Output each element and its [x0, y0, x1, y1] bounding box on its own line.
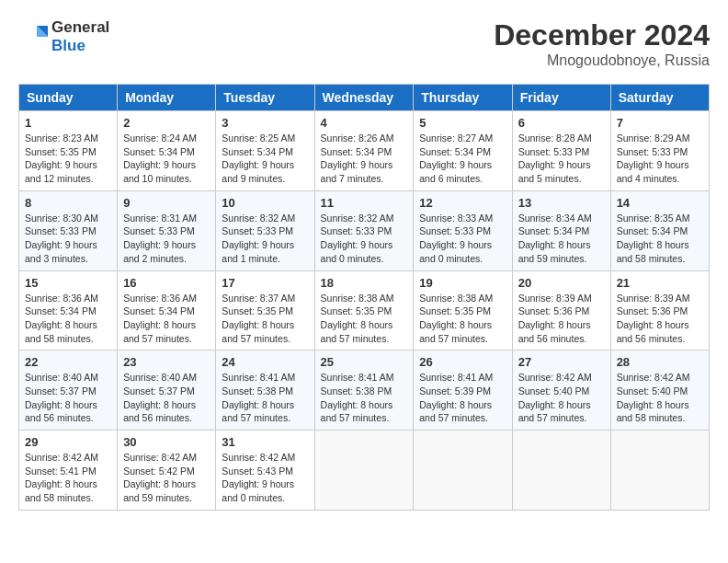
- day-info: Sunrise: 8:31 AM Sunset: 5:33 PM Dayligh…: [123, 212, 210, 266]
- day-info: Sunrise: 8:42 AM Sunset: 5:43 PM Dayligh…: [222, 451, 308, 505]
- calendar-cell: 12Sunrise: 8:33 AM Sunset: 5:33 PM Dayli…: [414, 190, 512, 270]
- day-number: 8: [25, 196, 111, 210]
- day-number: 26: [419, 355, 506, 369]
- calendar-cell: 2Sunrise: 8:24 AM Sunset: 5:34 PM Daylig…: [118, 111, 216, 191]
- calendar-body: 1Sunrise: 8:23 AM Sunset: 5:35 PM Daylig…: [19, 111, 710, 511]
- calendar-week-row: 22Sunrise: 8:40 AM Sunset: 5:37 PM Dayli…: [19, 350, 710, 431]
- calendar-cell: 20Sunrise: 8:39 AM Sunset: 5:36 PM Dayli…: [512, 270, 610, 350]
- day-info: Sunrise: 8:32 AM Sunset: 5:33 PM Dayligh…: [321, 212, 408, 266]
- weekday-header: Wednesday: [314, 85, 414, 111]
- day-info: Sunrise: 8:37 AM Sunset: 5:35 PM Dayligh…: [222, 292, 308, 346]
- calendar-cell: 10Sunrise: 8:32 AM Sunset: 5:33 PM Dayli…: [216, 190, 314, 270]
- day-number: 15: [25, 276, 111, 290]
- day-info: Sunrise: 8:28 AM Sunset: 5:33 PM Dayligh…: [518, 132, 605, 186]
- calendar-cell: 11Sunrise: 8:32 AM Sunset: 5:33 PM Dayli…: [314, 190, 414, 270]
- day-number: 22: [25, 355, 111, 369]
- day-number: 31: [222, 435, 308, 449]
- day-number: 21: [617, 276, 703, 290]
- calendar-cell: 1Sunrise: 8:23 AM Sunset: 5:35 PM Daylig…: [19, 111, 118, 191]
- calendar-cell: 18Sunrise: 8:38 AM Sunset: 5:35 PM Dayli…: [314, 270, 414, 350]
- calendar-cell: [610, 431, 709, 511]
- day-info: Sunrise: 8:29 AM Sunset: 5:33 PM Dayligh…: [617, 132, 703, 186]
- calendar-cell: 28Sunrise: 8:42 AM Sunset: 5:40 PM Dayli…: [610, 350, 709, 431]
- calendar-cell: 29Sunrise: 8:42 AM Sunset: 5:41 PM Dayli…: [19, 431, 118, 511]
- logo: General Blue: [18, 18, 109, 55]
- page-title: December 2024: [494, 18, 710, 52]
- day-info: Sunrise: 8:40 AM Sunset: 5:37 PM Dayligh…: [123, 371, 210, 425]
- day-number: 2: [123, 116, 210, 130]
- calendar-week-row: 15Sunrise: 8:36 AM Sunset: 5:34 PM Dayli…: [19, 270, 710, 350]
- day-number: 14: [617, 196, 703, 210]
- calendar-week-row: 1Sunrise: 8:23 AM Sunset: 5:35 PM Daylig…: [19, 111, 710, 191]
- calendar-cell: 14Sunrise: 8:35 AM Sunset: 5:34 PM Dayli…: [610, 190, 709, 270]
- calendar-cell: 26Sunrise: 8:41 AM Sunset: 5:39 PM Dayli…: [414, 350, 512, 431]
- title-block: December 2024 Mnogoudobnoye, Russia: [494, 18, 710, 69]
- day-number: 9: [123, 196, 210, 210]
- day-number: 24: [222, 355, 308, 369]
- day-info: Sunrise: 8:41 AM Sunset: 5:38 PM Dayligh…: [222, 371, 308, 425]
- day-number: 29: [25, 435, 111, 449]
- calendar-cell: 19Sunrise: 8:38 AM Sunset: 5:35 PM Dayli…: [414, 270, 512, 350]
- day-number: 16: [123, 276, 210, 290]
- day-info: Sunrise: 8:24 AM Sunset: 5:34 PM Dayligh…: [123, 132, 210, 186]
- day-number: 23: [123, 355, 210, 369]
- calendar-cell: 23Sunrise: 8:40 AM Sunset: 5:37 PM Dayli…: [118, 350, 216, 431]
- day-info: Sunrise: 8:33 AM Sunset: 5:33 PM Dayligh…: [419, 212, 506, 266]
- calendar-cell: 16Sunrise: 8:36 AM Sunset: 5:34 PM Dayli…: [118, 270, 216, 350]
- calendar-table: SundayMondayTuesdayWednesdayThursdayFrid…: [18, 84, 710, 511]
- calendar-cell: 30Sunrise: 8:42 AM Sunset: 5:42 PM Dayli…: [118, 431, 216, 511]
- day-number: 6: [518, 116, 605, 130]
- day-number: 10: [222, 196, 308, 210]
- calendar-cell: [512, 431, 610, 511]
- calendar-cell: 31Sunrise: 8:42 AM Sunset: 5:43 PM Dayli…: [216, 431, 314, 511]
- day-number: 20: [518, 276, 605, 290]
- day-info: Sunrise: 8:25 AM Sunset: 5:34 PM Dayligh…: [222, 132, 308, 186]
- logo-blue: Blue: [51, 37, 85, 54]
- day-info: Sunrise: 8:42 AM Sunset: 5:42 PM Dayligh…: [123, 451, 210, 505]
- day-info: Sunrise: 8:36 AM Sunset: 5:34 PM Dayligh…: [123, 292, 210, 346]
- day-info: Sunrise: 8:35 AM Sunset: 5:34 PM Dayligh…: [617, 212, 703, 266]
- calendar-cell: 21Sunrise: 8:39 AM Sunset: 5:36 PM Dayli…: [610, 270, 709, 350]
- page-subtitle: Mnogoudobnoye, Russia: [494, 52, 710, 69]
- calendar-cell: 27Sunrise: 8:42 AM Sunset: 5:40 PM Dayli…: [512, 350, 610, 431]
- day-number: 19: [419, 276, 506, 290]
- day-number: 27: [518, 355, 605, 369]
- weekday-header: Friday: [512, 85, 610, 111]
- day-number: 4: [321, 116, 408, 130]
- calendar-cell: 8Sunrise: 8:30 AM Sunset: 5:33 PM Daylig…: [19, 190, 118, 270]
- calendar-cell: [414, 431, 512, 511]
- calendar-cell: 24Sunrise: 8:41 AM Sunset: 5:38 PM Dayli…: [216, 350, 314, 431]
- day-number: 18: [321, 276, 408, 290]
- calendar-week-row: 8Sunrise: 8:30 AM Sunset: 5:33 PM Daylig…: [19, 190, 710, 270]
- calendar-week-row: 29Sunrise: 8:42 AM Sunset: 5:41 PM Dayli…: [19, 431, 710, 511]
- day-info: Sunrise: 8:40 AM Sunset: 5:37 PM Dayligh…: [25, 371, 111, 425]
- calendar-cell: 3Sunrise: 8:25 AM Sunset: 5:34 PM Daylig…: [216, 111, 314, 191]
- day-info: Sunrise: 8:27 AM Sunset: 5:34 PM Dayligh…: [419, 132, 506, 186]
- calendar-cell: 7Sunrise: 8:29 AM Sunset: 5:33 PM Daylig…: [610, 111, 709, 191]
- day-info: Sunrise: 8:41 AM Sunset: 5:38 PM Dayligh…: [321, 371, 408, 425]
- day-number: 11: [321, 196, 408, 210]
- day-info: Sunrise: 8:34 AM Sunset: 5:34 PM Dayligh…: [518, 212, 605, 266]
- weekday-header: Sunday: [19, 85, 118, 111]
- logo-general: General: [51, 18, 109, 36]
- day-info: Sunrise: 8:38 AM Sunset: 5:35 PM Dayligh…: [321, 292, 408, 346]
- weekday-header: Thursday: [414, 85, 512, 111]
- day-number: 28: [617, 355, 703, 369]
- day-info: Sunrise: 8:23 AM Sunset: 5:35 PM Dayligh…: [25, 132, 111, 186]
- page-header: General Blue December 2024 Mnogoudobnoye…: [18, 18, 710, 69]
- day-info: Sunrise: 8:41 AM Sunset: 5:39 PM Dayligh…: [419, 371, 506, 425]
- calendar-cell: 17Sunrise: 8:37 AM Sunset: 5:35 PM Dayli…: [216, 270, 314, 350]
- day-info: Sunrise: 8:39 AM Sunset: 5:36 PM Dayligh…: [617, 292, 703, 346]
- day-info: Sunrise: 8:30 AM Sunset: 5:33 PM Dayligh…: [25, 212, 111, 266]
- calendar-cell: 5Sunrise: 8:27 AM Sunset: 5:34 PM Daylig…: [414, 111, 512, 191]
- calendar-header-row: SundayMondayTuesdayWednesdayThursdayFrid…: [19, 85, 710, 111]
- day-number: 1: [25, 116, 111, 130]
- weekday-header: Tuesday: [216, 85, 314, 111]
- weekday-header: Monday: [118, 85, 216, 111]
- calendar-cell: 15Sunrise: 8:36 AM Sunset: 5:34 PM Dayli…: [19, 270, 118, 350]
- calendar-cell: 4Sunrise: 8:26 AM Sunset: 5:34 PM Daylig…: [314, 111, 414, 191]
- calendar-cell: 22Sunrise: 8:40 AM Sunset: 5:37 PM Dayli…: [19, 350, 118, 431]
- calendar-cell: 25Sunrise: 8:41 AM Sunset: 5:38 PM Dayli…: [314, 350, 414, 431]
- day-info: Sunrise: 8:36 AM Sunset: 5:34 PM Dayligh…: [25, 292, 111, 346]
- day-info: Sunrise: 8:32 AM Sunset: 5:33 PM Dayligh…: [222, 212, 308, 266]
